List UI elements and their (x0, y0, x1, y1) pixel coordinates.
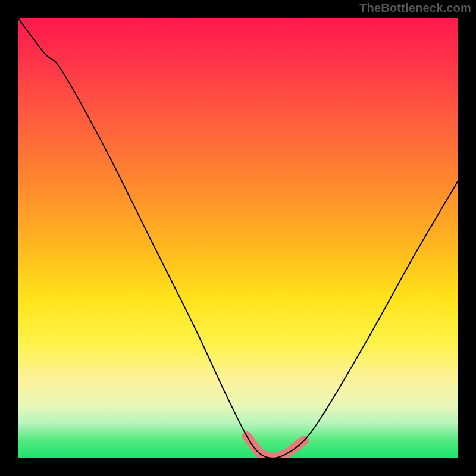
chart-svg (18, 18, 458, 458)
plot-area (18, 18, 458, 458)
watermark: TheBottleneck.com (359, 1, 471, 15)
bottleneck-curve (18, 18, 458, 458)
bottleneck-highlight (247, 436, 304, 458)
chart-frame: TheBottleneck.com (0, 0, 476, 476)
